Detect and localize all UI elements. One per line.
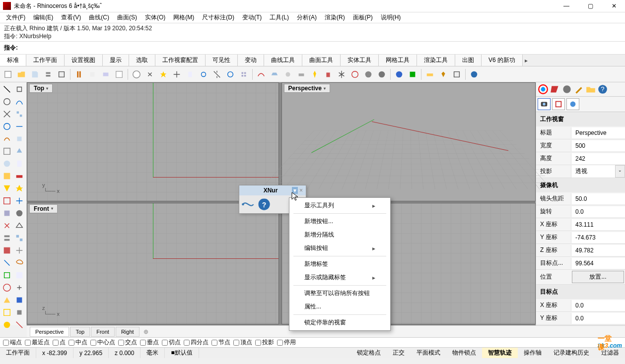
tool-icon[interactable] <box>1 121 12 132</box>
osnap-option[interactable]: 顶点 <box>233 338 252 347</box>
floater-options-icon[interactable]: ▾ <box>292 187 298 194</box>
tool-icon[interactable] <box>13 108 25 120</box>
menu-item[interactable]: 编辑(E) <box>29 12 57 23</box>
osnap-option[interactable]: 最近点 <box>25 338 50 347</box>
tool-icon[interactable] <box>1 133 12 144</box>
toolbar-icon[interactable] <box>144 68 156 80</box>
tool-icon[interactable] <box>1 195 12 206</box>
context-menu-item[interactable]: 显示或隐藏标签▸ <box>289 271 390 284</box>
tool-icon[interactable] <box>13 244 25 256</box>
status-x[interactable]: x -82.399 <box>36 348 73 358</box>
viewport-label-perspective[interactable]: Perspective <box>284 84 330 93</box>
tool-icon[interactable] <box>1 108 12 120</box>
viewport-tab[interactable]: Perspective <box>30 327 69 337</box>
panel-tab-folder-icon[interactable] <box>585 84 596 95</box>
prop-value[interactable]: 0.0 <box>571 206 625 217</box>
toolbar-tab[interactable]: 设置视图 <box>65 55 103 66</box>
toolbar-icon[interactable] <box>211 68 223 80</box>
tool-icon[interactable] <box>1 294 12 305</box>
menu-item[interactable]: 渲染(R) <box>321 12 349 23</box>
toolbar-icon[interactable] <box>336 68 347 80</box>
prop-value[interactable]: 49.782 <box>571 245 625 256</box>
panel-tab-brush-icon[interactable] <box>573 84 584 95</box>
context-menu-item[interactable]: 编辑按钮▸ <box>289 242 390 255</box>
toolbar-tab[interactable]: 渲染工具 <box>417 55 455 66</box>
xnurbs-tool-icon[interactable] <box>241 197 255 211</box>
prop-value[interactable]: 242 <box>571 153 625 164</box>
osnap-option[interactable]: 交点 <box>118 338 137 347</box>
status-toggle[interactable]: 平面模式 <box>411 348 446 358</box>
menu-item[interactable]: 曲线(C) <box>85 12 113 23</box>
prop-value[interactable]: Perspective <box>571 127 625 138</box>
toolbar-icon[interactable] <box>198 68 209 80</box>
context-menu-item[interactable]: 新增按钮... <box>289 215 390 228</box>
viewport-tab[interactable]: Right <box>116 327 139 337</box>
status-toggle[interactable]: 正交 <box>387 348 411 358</box>
toolbar-tab[interactable]: 出图 <box>455 55 482 66</box>
tool-icon[interactable] <box>13 158 25 169</box>
toolbar-icon[interactable] <box>255 68 267 80</box>
status-layer[interactable]: ■默认值 <box>165 348 199 358</box>
tool-icon[interactable] <box>13 83 25 95</box>
toolbar-icon[interactable] <box>393 68 405 80</box>
toolbar-icon[interactable] <box>424 68 436 80</box>
toolbar-icon[interactable] <box>86 68 98 80</box>
tool-icon[interactable] <box>13 220 25 231</box>
tool-icon[interactable] <box>13 319 25 330</box>
toolbar-icon[interactable] <box>309 68 321 80</box>
context-menu-item[interactable]: 新增标签 <box>289 257 390 271</box>
tool-icon[interactable] <box>1 170 12 182</box>
tool-icon[interactable] <box>1 145 12 157</box>
tool-icon[interactable] <box>13 182 25 194</box>
tool-icon[interactable] <box>1 158 12 169</box>
context-menu-item[interactable]: 属性... <box>289 300 390 313</box>
toolbar-icon[interactable] <box>224 68 236 80</box>
viewport-label-front[interactable]: Front <box>29 204 58 213</box>
toolbar-icon[interactable] <box>73 68 85 80</box>
tool-icon[interactable] <box>13 232 25 243</box>
toolbar-icon[interactable] <box>29 68 41 80</box>
panel-tab-render-icon[interactable] <box>538 84 549 95</box>
toolbar-tab[interactable]: 变动 <box>238 55 264 66</box>
command-input[interactable] <box>19 44 621 52</box>
menu-item[interactable]: 实体(O) <box>141 12 169 23</box>
toolbar-icon[interactable] <box>15 68 27 80</box>
tool-icon[interactable] <box>1 207 12 219</box>
tabs-scroll-icon[interactable]: ▸ <box>523 57 530 64</box>
properties-mode-object[interactable] <box>552 98 565 110</box>
osnap-option[interactable]: 中点 <box>69 338 87 347</box>
toolbar-icon[interactable] <box>407 68 418 80</box>
toolbar-icon[interactable] <box>56 68 68 80</box>
osnap-option[interactable]: 四分点 <box>184 338 208 347</box>
tool-icon[interactable] <box>13 145 25 157</box>
tool-icon[interactable] <box>13 133 25 144</box>
tool-icon[interactable] <box>1 282 12 293</box>
toolbar-tab[interactable]: 曲面工具 <box>302 55 341 66</box>
osnap-option[interactable]: 端点 <box>3 338 22 347</box>
status-toggle[interactable]: 操作轴 <box>518 348 548 358</box>
status-y[interactable]: y 22.965 <box>73 348 109 358</box>
prop-val-projection[interactable]: 透视 <box>571 165 615 178</box>
toolbar-icon[interactable] <box>42 68 54 80</box>
toolbar-tab[interactable]: V6 的新功 <box>482 55 523 66</box>
prop-value[interactable]: 43.111 <box>571 219 625 230</box>
toolbar-icon[interactable] <box>295 68 307 80</box>
toolbar-tab[interactable]: 实体工具 <box>341 55 379 66</box>
tool-icon[interactable] <box>13 306 25 318</box>
toolbar-icon[interactable] <box>322 68 334 80</box>
menu-item[interactable]: 说明(H) <box>377 12 405 23</box>
prop-value[interactable]: 99.564 <box>571 258 625 269</box>
menu-item[interactable]: 面板(P) <box>349 12 377 23</box>
tool-icon[interactable] <box>1 232 12 243</box>
prop-value[interactable]: 50.0 <box>571 193 625 204</box>
tool-icon[interactable] <box>1 244 12 256</box>
toolbar-tab[interactable]: 可见性 <box>206 55 238 66</box>
tool-icon[interactable] <box>13 282 25 293</box>
close-button[interactable]: ✕ <box>606 2 622 9</box>
panel-tab-materials-icon[interactable] <box>550 84 560 95</box>
toolbar-icon[interactable] <box>238 68 250 80</box>
toolbar-icon[interactable] <box>437 68 449 80</box>
tool-icon[interactable] <box>13 294 25 305</box>
osnap-option[interactable]: 停用 <box>277 338 296 347</box>
toolbar-icon[interactable] <box>468 68 480 80</box>
